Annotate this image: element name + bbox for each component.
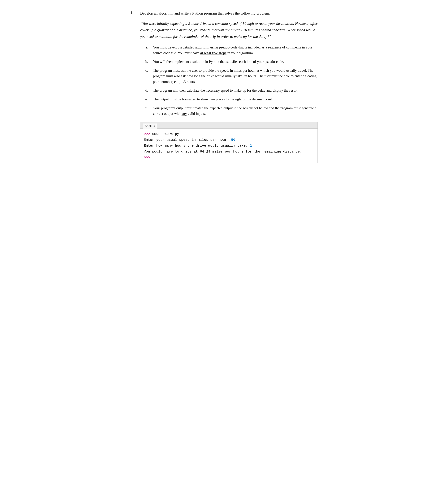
shell-output-line-3: You would have to drive at 64.29 miles p… [144, 149, 314, 155]
list-text-d: The program will then calculate the nece… [153, 88, 318, 93]
shell-run-line: >>> %Run PS2P4.py [144, 131, 314, 137]
underline-text: any [182, 111, 187, 116]
list-text-a: You must develop a detailed algorithm us… [153, 45, 318, 56]
question-number: 1. [130, 10, 137, 163]
list-text-b: You will then implement a solution in Py… [153, 59, 318, 65]
underline-bold-text: at least five steps [200, 51, 226, 55]
list-text-e: The output must be formatted to show two… [153, 96, 318, 102]
shell-output-line-2: Enter how many hours the drive would usu… [144, 143, 314, 149]
sub-list: a. You must develop a detailed algorithm… [145, 45, 318, 116]
list-item-e: e. The output must be formatted to show … [145, 96, 318, 102]
list-label-e: e. [145, 96, 150, 102]
list-label-f: f. [145, 105, 150, 117]
list-item-a: a. You must develop a detailed algorithm… [145, 45, 318, 56]
list-label-a: a. [145, 45, 150, 56]
list-label-d: d. [145, 88, 150, 93]
shell-output-line-1: Enter your usual speed in miles per hour… [144, 137, 314, 143]
list-item-c: c. The program must ask the user to prov… [145, 68, 318, 85]
list-item-f: f. Your program's output must match the … [145, 105, 318, 117]
shell-prompt-symbol: >>> [144, 132, 150, 136]
list-label-c: c. [145, 68, 150, 85]
list-text-c: The program must ask the user to provide… [153, 68, 318, 85]
main-content: 1. Develop an algorithm and write a Pyth… [130, 7, 318, 172]
shell-final-prompt-line: >>> [144, 155, 314, 161]
shell-user-input-1: 50 [231, 138, 235, 142]
shell-tab-bar: Shell × [140, 122, 318, 129]
shell-final-prompt: >>> [144, 155, 150, 159]
list-text-f: Your program's output must match the exp… [153, 105, 318, 117]
question-title: Develop an algorithm and write a Python … [140, 10, 318, 16]
list-item-d: d. The program will then calculate the n… [145, 88, 318, 93]
shell-user-input-2: 2 [250, 144, 252, 148]
question-body: Develop an algorithm and write a Python … [140, 10, 318, 163]
shell-output-text-1: Enter your usual speed in miles per hour… [144, 138, 231, 142]
shell-body: >>> %Run PS2P4.py Enter your usual speed… [140, 129, 318, 163]
shell-tab[interactable]: Shell × [143, 123, 157, 129]
list-label-b: b. [145, 59, 150, 65]
shell-container: Shell × >>> %Run PS2P4.py Enter your usu… [140, 122, 318, 163]
italic-block: “You were initially expecting a 2-hour d… [140, 20, 318, 40]
list-item-b: b. You will then implement a solution in… [145, 59, 318, 65]
shell-output-text-3: You would have to drive at 64.29 miles p… [144, 150, 302, 154]
shell-output-text-2: Enter how many hours the drive would usu… [144, 144, 250, 148]
shell-tab-label: Shell [145, 124, 152, 128]
close-icon[interactable]: × [153, 125, 155, 127]
shell-run-command: %Run PS2P4.py [150, 132, 179, 136]
question-item: 1. Develop an algorithm and write a Pyth… [130, 10, 318, 163]
